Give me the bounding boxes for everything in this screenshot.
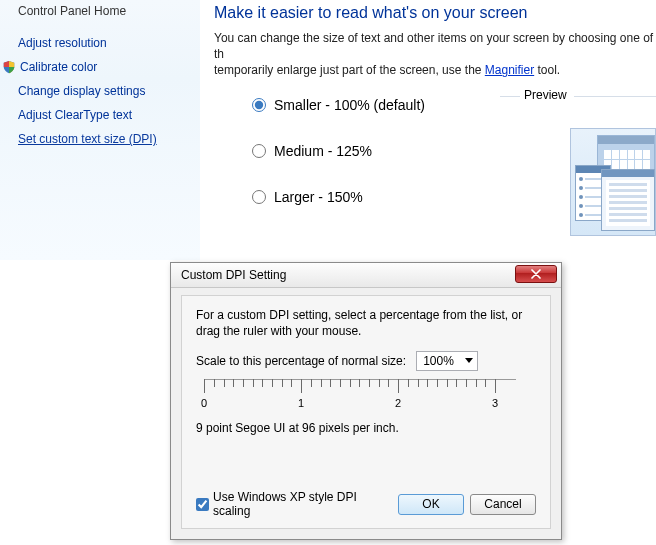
dialog-body: For a custom DPI setting, select a perce… <box>181 295 551 529</box>
dpi-ruler[interactable]: 0 1 2 3 <box>204 379 516 417</box>
preview-groupbox-line <box>500 96 520 97</box>
cancel-button[interactable]: Cancel <box>470 494 536 515</box>
ruler-number: 1 <box>298 397 304 409</box>
dpi-readout-text: 9 point Segoe UI at 96 pixels per inch. <box>196 421 536 435</box>
dialog-intro-text: For a custom DPI setting, select a perce… <box>196 308 536 339</box>
desc-text-3: tool. <box>534 63 560 77</box>
scale-row: Scale to this percentage of normal size:… <box>196 351 536 371</box>
close-button[interactable] <box>515 265 557 283</box>
xp-scaling-checkbox[interactable] <box>196 498 209 511</box>
scale-combobox[interactable]: 100% <box>416 351 478 371</box>
shield-icon <box>2 60 16 74</box>
preview-groupbox-line <box>574 96 656 97</box>
preview-thumbnail <box>570 128 656 236</box>
dialog-title: Custom DPI Setting <box>181 268 286 282</box>
dialog-bottom-row: Use Windows XP style DPI scaling OK Canc… <box>196 490 536 518</box>
label-smaller: Smaller - 100% (default) <box>274 97 425 113</box>
desc-text-1: You can change the size of text and othe… <box>214 31 653 61</box>
control-panel-home-label: Control Panel Home <box>18 4 190 18</box>
ruler-number: 0 <box>201 397 207 409</box>
dialog-titlebar[interactable]: Custom DPI Setting <box>171 263 561 288</box>
close-icon <box>531 269 541 279</box>
desc-text-2: temporarily enlarge just part of the scr… <box>214 63 485 77</box>
left-nav-panel: Control Panel Home Adjust resolution Cal… <box>0 0 200 260</box>
label-medium: Medium - 125% <box>274 143 372 159</box>
label-larger: Larger - 150% <box>274 189 363 205</box>
radio-larger[interactable] <box>252 190 266 204</box>
radio-medium[interactable] <box>252 144 266 158</box>
ruler-number: 3 <box>492 397 498 409</box>
link-magnifier[interactable]: Magnifier <box>485 63 534 77</box>
xp-scaling-text: Use Windows XP style DPI scaling <box>213 490 392 518</box>
custom-dpi-dialog: Custom DPI Setting For a custom DPI sett… <box>170 262 562 540</box>
ok-button[interactable]: OK <box>398 494 464 515</box>
scale-label: Scale to this percentage of normal size: <box>196 354 406 368</box>
ruler-number: 2 <box>395 397 401 409</box>
link-adjust-resolution[interactable]: Adjust resolution <box>18 36 190 50</box>
page-description: You can change the size of text and othe… <box>214 30 656 79</box>
xp-scaling-checkbox-label[interactable]: Use Windows XP style DPI scaling <box>196 490 392 518</box>
option-smaller-row[interactable]: Smaller - 100% (default) <box>252 97 656 113</box>
chevron-down-icon <box>465 358 473 363</box>
preview-label: Preview <box>520 88 571 102</box>
link-calibrate-color[interactable]: Calibrate color <box>20 60 97 74</box>
page-title: Make it easier to read what's on your sc… <box>214 4 656 22</box>
link-change-display-settings[interactable]: Change display settings <box>18 84 190 98</box>
radio-smaller[interactable] <box>252 98 266 112</box>
link-adjust-cleartype[interactable]: Adjust ClearType text <box>18 108 190 122</box>
scale-value: 100% <box>423 354 454 368</box>
link-set-custom-dpi[interactable]: Set custom text size (DPI) <box>18 132 190 146</box>
